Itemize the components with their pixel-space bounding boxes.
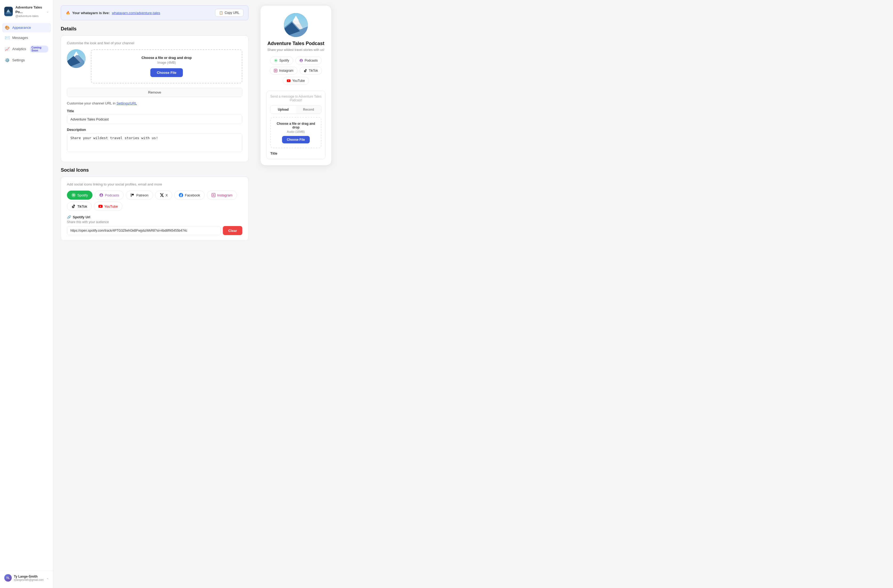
user-avatar: TL: [4, 574, 12, 582]
preview-instagram-button[interactable]: Instagram: [270, 67, 297, 75]
podcasts-label: Podcasts: [105, 193, 119, 197]
title-label: Title: [67, 109, 242, 113]
chevron-icon: ⌄: [46, 10, 49, 14]
svg-rect-12: [131, 194, 131, 197]
preview-spotify-icon: [274, 59, 278, 62]
live-banner-text: 🔥 Your whatayarn is live: whatayarn.com/…: [66, 11, 160, 15]
drop-zone-sub: Image (4MB): [97, 61, 236, 65]
patreon-label: Patreon: [136, 193, 149, 197]
tiktok-icon: [71, 204, 76, 208]
x-icon: [160, 193, 164, 197]
youtube-social-button[interactable]: YouTube: [94, 202, 122, 211]
preview-youtube-icon: [287, 79, 290, 83]
title-input[interactable]: [67, 114, 242, 124]
svg-point-11: [132, 194, 134, 195]
sidebar-item-analytics-label: Analytics: [12, 47, 26, 51]
main-content: 🔥 Your whatayarn is live: whatayarn.com/…: [53, 0, 256, 588]
facebook-social-button[interactable]: Facebook: [174, 191, 204, 200]
preview-panel: Adventure Tales Podcast Share your wilde…: [256, 0, 336, 588]
channel-thumbnail: [67, 49, 86, 68]
user-chevron-icon: ⌄: [46, 576, 49, 580]
preview-podcasts-label: Podcasts: [305, 59, 318, 62]
social-icons-card: Add social icons linking to your social …: [61, 177, 248, 241]
preview-spotify-button[interactable]: Spotify: [270, 57, 293, 65]
svg-rect-13: [212, 193, 215, 197]
sidebar-item-appearance-label: Appearance: [12, 26, 31, 30]
preview-choose-file-button[interactable]: Choose File: [282, 136, 310, 143]
spotify-label: Spotify: [77, 193, 88, 197]
preview-upload-tab[interactable]: Upload: [271, 105, 296, 114]
preview-podcasts-button[interactable]: Podcasts: [295, 57, 322, 65]
sidebar-item-analytics[interactable]: 📈 Analytics Coming Soon: [2, 43, 51, 55]
user-email: tylangesmith@gmail.com: [14, 578, 44, 581]
preview-message-placeholder: Send a message to Adventure Tales Podcas…: [270, 95, 322, 102]
messages-icon: ✉️: [5, 35, 10, 40]
preview-record-tab[interactable]: Record: [296, 105, 321, 114]
live-url-link[interactable]: whatayarn.com/adventure-tales: [112, 11, 160, 15]
preview-spotify-label: Spotify: [280, 59, 289, 62]
title-field-group: Title: [67, 109, 242, 124]
social-icons-subtitle: Add social icons linking to your social …: [67, 182, 242, 186]
sidebar-header[interactable]: Adventure Tales Po... @adventure-tales ⌄: [0, 3, 53, 22]
social-grid: Spotify Podcasts Patreon X Facebook Inst…: [67, 191, 242, 211]
x-social-button[interactable]: X: [155, 191, 173, 200]
clear-button[interactable]: Clear: [223, 226, 242, 235]
tiktok-social-button[interactable]: TikTok: [67, 202, 92, 211]
details-card: Customise the look and feel of your chan…: [61, 35, 248, 162]
live-banner-label: Your whatayarn is live:: [72, 11, 110, 15]
preview-social-row-1: Spotify Podcasts: [270, 57, 322, 65]
sidebar-item-settings[interactable]: ⚙️ Settings: [2, 56, 51, 65]
copy-url-button[interactable]: 📋 Copy URL: [215, 9, 244, 17]
patreon-social-button[interactable]: Patreon: [126, 191, 153, 200]
spotify-social-button[interactable]: Spotify: [67, 191, 93, 200]
details-card-subtitle: Customise the look and feel of your chan…: [67, 41, 242, 45]
tiktok-label: TikTok: [77, 205, 87, 208]
preview-channel-desc: Share your wildest travel stories with u…: [268, 48, 325, 52]
youtube-label: YouTube: [104, 205, 118, 208]
channel-avatar: [4, 7, 13, 16]
analytics-icon: 📈: [5, 47, 10, 51]
svg-rect-3: [4, 12, 13, 15]
sidebar-item-appearance[interactable]: 🎨 Appearance: [2, 23, 51, 33]
description-field-group: Description: [67, 128, 242, 153]
settings-url-link[interactable]: Settings/URL: [116, 101, 137, 105]
youtube-icon: [98, 204, 103, 208]
preview-upload-zone-sub: Audio (16MB): [274, 130, 318, 133]
settings-icon: ⚙️: [5, 58, 10, 63]
spotify-url-section: 🔗 Spotify Url Share this with your audie…: [67, 215, 242, 235]
preview-youtube-label: YouTube: [292, 79, 305, 83]
spotify-icon: [71, 193, 76, 197]
drop-zone-title: Choose a file or drag and drop: [97, 56, 236, 60]
image-drop-zone: Choose a file or drag and drop Image (4M…: [91, 49, 242, 83]
preview-social-row-2: Instagram TikTok: [270, 67, 322, 75]
spotify-url-input[interactable]: [67, 226, 221, 235]
remove-image-button[interactable]: Remove: [67, 88, 242, 97]
facebook-icon: [179, 193, 183, 197]
channel-name: Adventure Tales Po...: [15, 5, 46, 14]
preview-tiktok-button[interactable]: TikTok: [300, 67, 322, 75]
link-icon: 🔗: [67, 215, 71, 219]
preview-instagram-icon: [274, 69, 278, 72]
instagram-label: Instagram: [217, 193, 233, 197]
preview-youtube-button[interactable]: YouTube: [283, 77, 309, 85]
fire-icon: 🔥: [66, 11, 70, 15]
choose-file-button[interactable]: Choose File: [150, 68, 183, 77]
sidebar-navigation: 🎨 Appearance ✉️ Messages 📈 Analytics Com…: [0, 22, 53, 571]
sidebar-item-messages-label: Messages: [12, 36, 28, 40]
sidebar-footer: TL Ty Lange-Smith tylangesmith@gmail.com…: [0, 571, 53, 585]
description-label: Description: [67, 128, 242, 132]
instagram-social-button[interactable]: Instagram: [207, 191, 237, 200]
description-input[interactable]: [67, 133, 242, 152]
preview-instagram-label: Instagram: [279, 69, 293, 72]
x-label: X: [165, 193, 168, 197]
facebook-label: Facebook: [185, 193, 200, 197]
url-customize-text: Customise your channel URL in Settings/U…: [67, 101, 242, 105]
sidebar-item-messages[interactable]: ✉️ Messages: [2, 33, 51, 43]
share-label: Share this with your audience: [67, 220, 242, 224]
podcasts-icon: [99, 193, 104, 197]
preview-upload-zone: Choose a file or drag and drop Audio (16…: [270, 117, 322, 148]
podcasts-social-button[interactable]: Podcasts: [95, 191, 124, 200]
copy-icon: 📋: [219, 11, 223, 15]
patreon-icon: [130, 193, 135, 197]
coming-soon-badge: Coming Soon: [30, 45, 48, 53]
